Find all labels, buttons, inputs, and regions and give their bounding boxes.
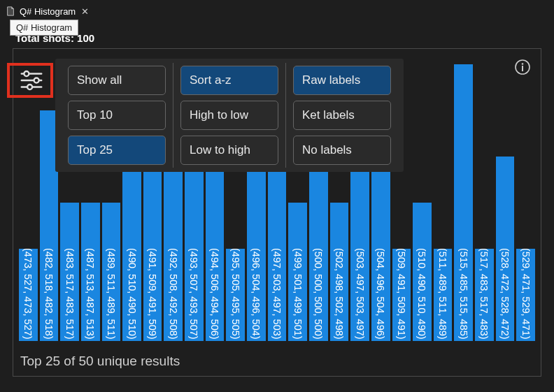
bar-label: (500, 500, 500, 500) — [313, 248, 324, 340]
bar-label: (528, 472, 528, 472) — [499, 248, 511, 340]
filter-button[interactable]: Raw labels — [293, 66, 391, 95]
footer-summary: Top 25 of 50 unique results — [20, 354, 180, 369]
filter-controls: Show allTop 10Top 25 Sort a-zHigh to low… — [55, 59, 404, 172]
filter-button[interactable]: High to low — [180, 101, 278, 130]
bar-label: (473, 527, 473, 527) — [22, 248, 34, 340]
bar-wrap: (528, 472, 528, 472) — [496, 64, 515, 341]
file-icon — [6, 6, 15, 16]
bar-label: (502, 498, 502, 498) — [334, 248, 345, 340]
bar-label: (482, 518, 482, 518) — [43, 248, 55, 340]
bar-label: (492, 508, 492, 508) — [168, 248, 179, 340]
bar-label: (490, 510, 490, 510) — [127, 248, 138, 340]
bar-label: (511, 489, 511, 489) — [437, 248, 448, 340]
filter-button[interactable]: Sort a-z — [180, 66, 278, 95]
bar-wrap: (529, 471, 529, 471) — [516, 64, 535, 341]
bar-label: (497, 503, 497, 503) — [271, 248, 283, 340]
tab-title: Q# Histogram — [20, 6, 76, 17]
bar-label: (517, 483, 517, 483) — [478, 248, 490, 340]
bar-wrap: (510, 490, 510, 490) — [413, 64, 432, 341]
tab-tooltip: Q# Histogram — [10, 20, 78, 36]
total-shots-label: Total shots: 100 — [0, 22, 554, 47]
bar-label: (515, 485, 515, 485) — [458, 248, 469, 340]
histogram-panel: Show allTop 10Top 25 Sort a-zHigh to low… — [13, 48, 541, 377]
bar-label: (504, 496, 504, 496) — [375, 248, 386, 340]
svg-point-4 — [34, 78, 39, 82]
filter-button[interactable]: Top 25 — [68, 136, 166, 165]
tab-bar: Q# Histogram ✕ — [0, 0, 554, 22]
svg-point-5 — [27, 85, 32, 89]
bar-label: (494, 506, 494, 506) — [209, 248, 220, 340]
filter-button[interactable]: Ket labels — [293, 101, 391, 130]
bar-label: (496, 504, 496, 504) — [250, 248, 262, 340]
filter-button[interactable]: No labels — [293, 136, 391, 165]
svg-point-3 — [24, 71, 29, 76]
bar-wrap: (515, 485, 515, 485) — [454, 64, 473, 341]
bar-label: (489, 511, 489, 511) — [106, 248, 117, 340]
bar-wrap: (517, 483, 517, 483) — [475, 64, 494, 341]
bar-label: (493, 507, 493, 507) — [188, 248, 199, 340]
bar-label: (483, 517, 483, 517) — [64, 248, 76, 340]
bar-label: (491, 509, 491, 509) — [147, 248, 158, 340]
bar-label: (495, 505, 495, 505) — [230, 248, 241, 340]
bar-label: (499, 501, 499, 501) — [292, 248, 304, 340]
bar-label: (510, 490, 510, 490) — [416, 248, 427, 340]
bar-wrap: (473, 527, 473, 527) — [19, 64, 38, 341]
filter-button[interactable]: Low to high — [180, 136, 278, 165]
close-icon[interactable]: ✕ — [80, 6, 90, 17]
bar-label: (509, 491, 509, 491) — [396, 248, 407, 340]
bar-label: (503, 497, 503, 497) — [355, 248, 366, 340]
filter-button[interactable]: Show all — [68, 66, 166, 95]
bar-label: (529, 471, 529, 471) — [520, 248, 532, 340]
filter-button[interactable]: Top 10 — [68, 101, 166, 130]
bar-label: (487, 513, 487, 513) — [85, 248, 96, 340]
settings-icon[interactable] — [18, 67, 45, 94]
bar-wrap: (511, 489, 511, 489) — [434, 64, 453, 341]
